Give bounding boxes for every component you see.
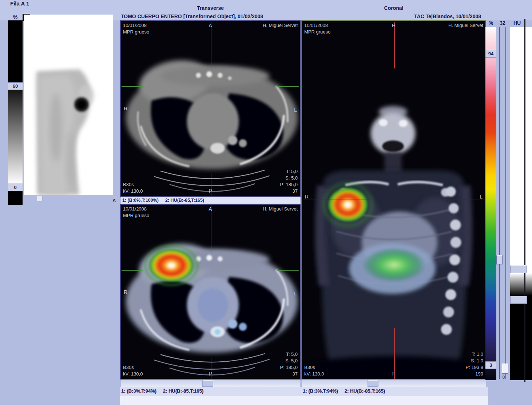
rainbow-threshold-colorbar[interactable]: 94 3 (485, 27, 496, 380)
planar-scintigram-viewport[interactable] (24, 15, 113, 195)
crosshair-vertical-line[interactable] (394, 22, 395, 68)
orientation-bottom: P (209, 371, 212, 377)
panel-slice-number: 37 (293, 188, 298, 194)
orientation-left: R (305, 194, 309, 200)
panel-date: 10/01/2008 (304, 23, 328, 28)
panel-position: P: 185,0 (280, 365, 298, 370)
hu-window-colorbar[interactable] (510, 27, 532, 380)
right-scale-label: % (485, 20, 496, 26)
orientation-right: L (294, 291, 297, 296)
crosshair-horizontal-line[interactable] (122, 270, 143, 271)
window2-status: 2: HU(B:-85,T:165) (163, 388, 203, 394)
panel-institution: H. Miguel Servet (448, 23, 483, 28)
panel-position: P: 185,0 (280, 182, 298, 187)
hu-black-zone (510, 296, 532, 380)
orientation-left: R (124, 106, 127, 111)
orientation-top: H (392, 23, 396, 28)
panel-kernel: B30s (123, 182, 134, 187)
panel-kv: kV: 130,0 (123, 371, 143, 377)
application-window: Fila A 1 % 10 60 0 Transverse TOMO CUERP… (0, 0, 532, 405)
panel-date: 10/01/2008 (123, 23, 147, 28)
left-scrollbar-thumb[interactable] (37, 195, 43, 201)
coronal-scrollbar-track[interactable] (302, 380, 486, 387)
crosshair-horizontal-line[interactable] (277, 86, 299, 87)
transverse-ct-viewport[interactable]: 10/01/2008 MPR grueso H. Miguel Servet A… (120, 20, 301, 197)
crosshair-horizontal-line[interactable] (277, 270, 299, 271)
crosshair-vertical-line[interactable] (211, 22, 211, 69)
panel-thickness: T: 1,0 (472, 351, 483, 357)
panel-spacing: S: 5,0 (285, 175, 298, 181)
coronal-bottom-statusbar: 1: (B:3%,T:94%) 2: HU(B:-85,T:165) (303, 388, 385, 394)
window1-status: 1: (B:0%,T:100%) (122, 198, 159, 203)
hu-lower-handle[interactable] (510, 296, 527, 304)
panel-kernel: B30s (304, 365, 315, 370)
window1-status: 1: (B:3%,T:94%) (303, 388, 338, 394)
frame-line (524, 19, 525, 382)
slider-min-label: 0 (500, 374, 507, 380)
panel-position: P: 193,8 (466, 365, 483, 370)
coronal-header: Coronal (301, 5, 486, 11)
slider-value-label: 32 (496, 20, 509, 26)
crosshair-horizontal-line[interactable] (303, 200, 379, 200)
orientation-top: A (209, 206, 212, 212)
bottom-strip (120, 396, 488, 405)
grayscale-gradient (8, 90, 23, 184)
panel-kv: kV: 130,0 (304, 371, 324, 377)
upper-threshold-marker[interactable]: 60 (8, 82, 23, 90)
panel-kv: kV: 130,0 (123, 188, 143, 194)
orientation-bottom: P (209, 188, 212, 194)
orientation-bottom: F (392, 371, 396, 377)
orientation-right: L (294, 107, 297, 113)
lower-threshold-marker[interactable]: 0 (8, 184, 23, 191)
panel-slice-number: 37 (293, 371, 298, 377)
orientation-left: R (124, 289, 127, 295)
panel-technique: MPR grueso (123, 29, 149, 35)
panel-thickness: T: 5,0 (286, 351, 298, 357)
panel-spacing: S: 1,0 (471, 358, 483, 363)
panel-technique: MPR grueso (304, 29, 330, 35)
panel-slice-number: 199 (475, 371, 483, 377)
threshold-slider-track[interactable] (499, 27, 500, 379)
crosshair-vertical-line[interactable] (211, 205, 211, 252)
window2-status: 2: HU(B:-85,T:165) (345, 388, 385, 394)
hu-upper-handle[interactable] (510, 265, 527, 273)
left-scale-label: % (8, 14, 23, 20)
transverse-header: Transverse (120, 5, 301, 11)
transverse-series-title: TOMO CUERPO ENTERO [Transformed Object],… (121, 13, 263, 19)
lower-threshold-marker[interactable]: 3 (485, 361, 496, 369)
orientation-right: L (480, 194, 483, 200)
panel-kernel: B30s (123, 365, 134, 370)
upper-slider-thumb[interactable] (496, 255, 503, 264)
panel-date: 10/01/2008 (123, 206, 147, 212)
planar-scintigram-image[interactable] (24, 15, 113, 195)
panel-thickness: T: 5,0 (286, 169, 298, 174)
transverse-fused-viewport[interactable]: 10/01/2008 MPR grueso H. Miguel Servet A… (120, 204, 301, 380)
orientation-top: A (209, 23, 212, 28)
upper-threshold-marker[interactable]: 94 (485, 50, 496, 58)
panel-spacing: S: 5,0 (285, 358, 298, 363)
panel-institution: H. Miguel Servet (263, 206, 298, 212)
panel-institution: H. Miguel Servet (263, 23, 298, 28)
page-title: Fila A 1 (10, 0, 29, 7)
panel-technique: MPR grueso (123, 213, 149, 218)
transverse-mid-statusbar: 1: (B:0%,T:100%) 2: HU(B:-85,T:165) (121, 197, 300, 204)
window1-status: 1: (B:3%,T:94%) (121, 388, 156, 394)
transverse-fused-image[interactable] (121, 205, 300, 379)
row-orientation-marker: A (112, 198, 116, 203)
coronal-fused-viewport[interactable]: 10/01/2008 MPR grueso H. Miguel Servet H… (301, 20, 486, 380)
hu-label: HU (509, 20, 525, 26)
crosshair-horizontal-line[interactable] (122, 86, 143, 87)
transverse-bottom-statusbar: 1: (B:3%,T:94%) 2: HU(B:-85,T:165) (121, 388, 203, 394)
lower-slider-thumb[interactable] (502, 363, 508, 374)
left-threshold-colorbar[interactable]: 60 0 (8, 20, 23, 205)
window2-status: 2: HU(B:-85,T:165) (165, 198, 204, 203)
transverse-scrollbar-thumb[interactable] (202, 380, 213, 387)
coronal-series-title: TAC TejBlandos, 10/01/2008 (414, 13, 481, 19)
transverse-ct-image[interactable] (121, 21, 300, 196)
hu-gradient (510, 273, 532, 296)
coronal-scrollbar-thumb[interactable] (368, 380, 378, 387)
crosshair-horizontal-line[interactable] (432, 200, 485, 200)
threshold-slider-track[interactable] (505, 27, 506, 379)
